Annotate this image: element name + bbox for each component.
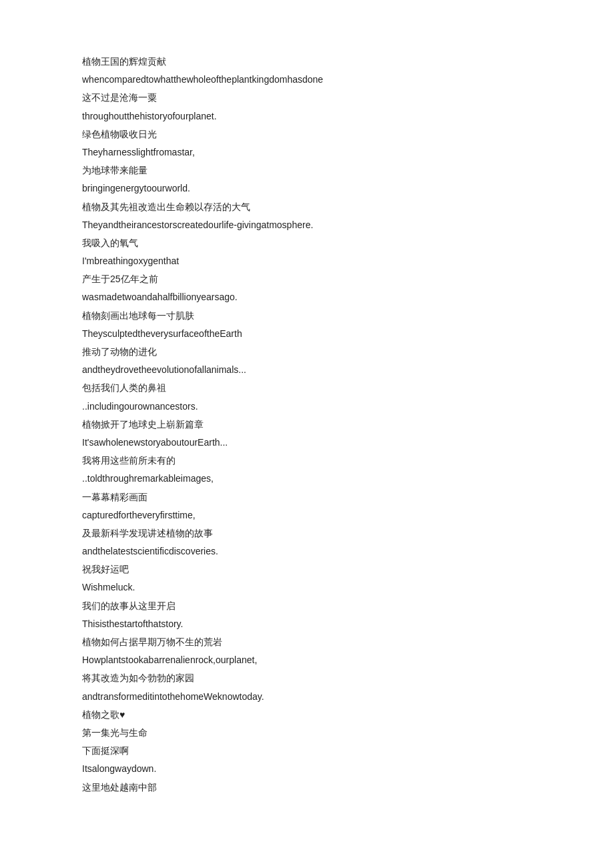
text-line-23: ..toldthroughremarkableimages, (82, 470, 532, 487)
text-line-31: Thisisthestartofthatstory. (82, 616, 532, 632)
text-line-36: 植物之歌♥ (82, 707, 532, 723)
text-line-9: Theyandtheirancestorscreatedourlife-givi… (82, 217, 532, 234)
text-line-16: 推动了动物的进化 (82, 344, 532, 360)
text-line-21: It'sawholenewstoryaboutourEarth... (82, 434, 532, 451)
text-line-3: throughoutthehistoryofourplanet. (82, 108, 532, 125)
text-line-30: 我们的故事从这里开启 (82, 598, 532, 614)
text-line-34: 将其改造为如今勃勃的家园 (82, 670, 532, 687)
text-line-27: andthelatestscientificdiscoveries. (82, 543, 532, 560)
text-line-6: 为地球带来能量 (82, 162, 532, 179)
text-line-14: 植物刻画出地球每一寸肌肤 (82, 308, 532, 324)
text-line-25: capturedfortheveryfirsttime, (82, 507, 532, 524)
text-line-4: 绿色植物吸收日光 (82, 126, 532, 143)
text-line-8: 植物及其先祖改造出生命赖以存活的大气 (82, 199, 532, 215)
text-line-18: 包括我们人类的鼻祖 (82, 380, 532, 396)
text-line-22: 我将用这些前所未有的 (82, 452, 532, 469)
text-line-12: 产生于25亿年之前 (82, 271, 532, 288)
text-line-19: ..includingourownancestors. (82, 398, 532, 415)
text-line-37: 第一集光与生命 (82, 725, 532, 741)
text-line-15: TheysculptedtheverysurfaceoftheEarth (82, 326, 532, 342)
main-content: 植物王国的辉煌贡献whencomparedtowhatthewholeofthe… (82, 53, 532, 796)
text-line-24: 一幕幕精彩画面 (82, 489, 532, 506)
text-line-35: andtransformeditintothehomeWeknowtoday. (82, 689, 532, 705)
text-line-26: 及最新科学发现讲述植物的故事 (82, 525, 532, 542)
text-line-29: Wishmeluck. (82, 579, 532, 596)
text-line-1: whencomparedtowhatthewholeoftheplantking… (82, 71, 532, 88)
text-line-11: I'mbreathingoxygenthat (82, 253, 532, 270)
text-line-28: 祝我好运吧 (82, 561, 532, 578)
text-line-40: 这里地处越南中部 (82, 779, 532, 796)
text-line-17: andtheydrovetheevolutionofallanimals... (82, 362, 532, 378)
text-line-0: 植物王国的辉煌贡献 (82, 53, 532, 70)
text-line-20: 植物掀开了地球史上崭新篇章 (82, 416, 532, 433)
text-line-32: 植物如何占据早期万物不生的荒岩 (82, 634, 532, 650)
text-line-2: 这不过是沧海一粟 (82, 89, 532, 106)
text-line-7: bringingenergytoourworld. (82, 180, 532, 197)
text-line-38: 下面挺深啊 (82, 743, 532, 759)
text-line-5: Theyharnesslightfromastar, (82, 144, 532, 161)
text-line-33: Howplantstookabarrenalienrock,ourplanet, (82, 652, 532, 669)
text-line-13: wasmadetwoandahalfbillionyearsago. (82, 289, 532, 306)
text-line-39: Itsalongwaydown. (82, 761, 532, 777)
text-line-10: 我吸入的氧气 (82, 235, 532, 252)
